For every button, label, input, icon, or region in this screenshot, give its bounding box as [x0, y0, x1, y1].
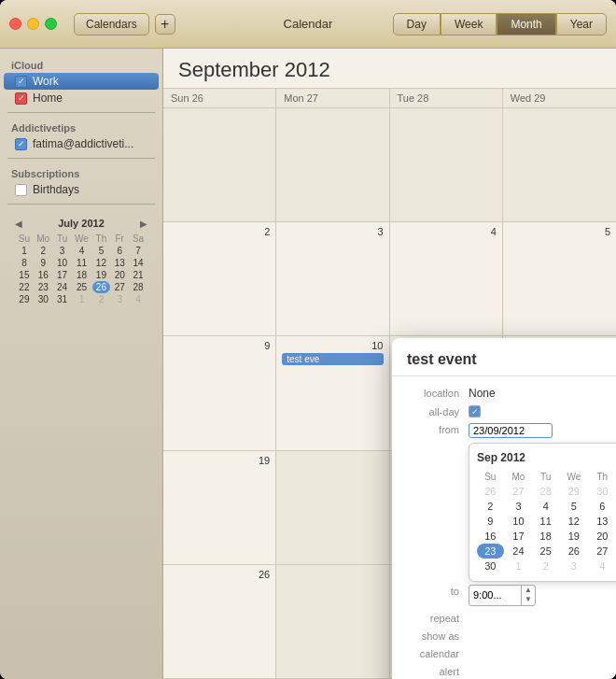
birthdays-checkbox[interactable] [15, 184, 27, 196]
dp-day-1-4[interactable]: 6 [589, 499, 615, 514]
mini-cal-day-1-6[interactable]: 14 [129, 257, 147, 269]
dp-day-0-1[interactable]: 27 [504, 484, 534, 499]
cal-cell-4-0[interactable]: 26 [163, 565, 276, 678]
dp-day-3-4[interactable]: 20 [589, 529, 615, 544]
dp-day-2-3[interactable]: 12 [558, 514, 589, 529]
cal-cell-1-1[interactable]: 3 [276, 222, 389, 335]
dp-day-3-2[interactable]: 18 [533, 529, 558, 544]
mini-cal-day-3-5[interactable]: 27 [110, 281, 129, 293]
email-checkbox[interactable]: ✓ [15, 138, 27, 150]
dp-day-2-1[interactable]: 10 [504, 514, 534, 529]
mini-cal-day-1-5[interactable]: 13 [110, 257, 129, 269]
dp-day-2-0[interactable]: 9 [477, 514, 504, 529]
year-view-button[interactable]: Year [556, 13, 607, 35]
close-button[interactable] [9, 18, 21, 30]
mini-cal-day-2-6[interactable]: 21 [129, 269, 147, 281]
cal-cell-0-3[interactable] [503, 108, 616, 221]
dp-day-2-4[interactable]: 13 [589, 514, 615, 529]
dp-day-5-2[interactable]: 2 [533, 559, 558, 573]
dp-day-5-3[interactable]: 3 [558, 559, 589, 573]
dp-day-4-1[interactable]: 24 [504, 544, 534, 559]
time-input[interactable] [469, 588, 521, 601]
dp-day-1-0[interactable]: 2 [477, 499, 504, 514]
cal-cell-0-2[interactable] [390, 108, 503, 221]
month-view-button[interactable]: Month [497, 13, 555, 35]
cal-cell-3-0[interactable]: 19 [163, 451, 276, 564]
work-checkbox[interactable]: ✓ [15, 76, 27, 88]
mini-cal-prev[interactable]: ◀ [15, 219, 22, 229]
mini-cal-day-4-4[interactable]: 2 [92, 293, 111, 305]
dp-day-4-0[interactable]: 23 [477, 544, 504, 559]
mini-cal-next[interactable]: ▶ [140, 219, 147, 229]
cal-cell-1-3[interactable]: 5 [503, 222, 616, 335]
sidebar-item-work[interactable]: ✓ Work [4, 73, 159, 90]
mini-cal-day-2-4[interactable]: 19 [92, 269, 111, 281]
mini-cal-day-0-2[interactable]: 3 [53, 245, 72, 257]
home-checkbox[interactable]: ✓ [15, 92, 27, 105]
mini-cal-day-1-3[interactable]: 11 [71, 257, 91, 269]
maximize-button[interactable] [45, 18, 57, 30]
allday-checkbox[interactable]: ✓ [469, 405, 481, 417]
sidebar-item-home[interactable]: ✓ Home [4, 90, 159, 106]
sidebar-item-birthdays[interactable]: Birthdays [4, 181, 159, 198]
cal-cell-2-0[interactable]: 9 [163, 336, 276, 449]
mini-cal-day-0-4[interactable]: 5 [92, 245, 111, 257]
dp-day-1-3[interactable]: 5 [558, 499, 589, 514]
mini-cal-day-0-5[interactable]: 6 [110, 245, 129, 257]
mini-cal-day-0-3[interactable]: 4 [71, 245, 91, 257]
mini-cal-day-3-3[interactable]: 25 [71, 281, 91, 293]
dp-day-1-2[interactable]: 4 [533, 499, 558, 514]
calendars-button[interactable]: Calendars [74, 13, 149, 35]
cal-cell-1-0[interactable]: 2 [163, 222, 276, 335]
mini-cal-day-3-4[interactable]: 26 [92, 281, 111, 293]
minimize-button[interactable] [27, 18, 39, 30]
cal-cell-0-1[interactable] [276, 108, 389, 221]
dp-day-4-4[interactable]: 27 [589, 544, 615, 559]
mini-cal-day-0-1[interactable]: 2 [34, 245, 53, 257]
cal-cell-0-0[interactable] [163, 108, 276, 221]
stepper-down[interactable]: ▼ [522, 595, 535, 604]
event-chip-test[interactable]: test eve [282, 353, 383, 365]
mini-cal-day-2-3[interactable]: 18 [71, 269, 91, 281]
dp-day-3-1[interactable]: 17 [504, 529, 534, 544]
dp-day-3-3[interactable]: 19 [558, 529, 589, 544]
mini-cal-day-1-0[interactable]: 8 [15, 257, 34, 269]
dp-day-5-4[interactable]: 4 [589, 559, 615, 573]
week-view-button[interactable]: Week [441, 13, 497, 35]
mini-cal-day-3-2[interactable]: 24 [53, 281, 72, 293]
mini-cal-day-2-1[interactable]: 16 [34, 269, 53, 281]
cal-cell-2-1[interactable]: 10 test eve [276, 336, 389, 449]
mini-cal-day-0-6[interactable]: 7 [129, 245, 147, 257]
mini-cal-day-1-4[interactable]: 12 [92, 257, 111, 269]
dp-day-5-0[interactable]: 30 [477, 559, 504, 573]
stepper-up[interactable]: ▲ [522, 586, 535, 595]
mini-cal-day-3-0[interactable]: 22 [15, 281, 34, 293]
mini-cal-day-4-5[interactable]: 3 [110, 293, 129, 305]
mini-cal-day-3-6[interactable]: 28 [129, 281, 147, 293]
mini-cal-day-4-1[interactable]: 30 [34, 293, 53, 305]
add-calendar-button[interactable]: + [155, 14, 175, 35]
popup-from-input[interactable] [469, 423, 553, 438]
mini-cal-day-4-0[interactable]: 29 [15, 293, 34, 305]
sidebar-item-email[interactable]: ✓ fatima@addictiveti... [4, 135, 159, 152]
mini-cal-day-1-2[interactable]: 10 [53, 257, 72, 269]
mini-cal-day-1-1[interactable]: 9 [34, 257, 53, 269]
mini-cal-day-4-6[interactable]: 4 [129, 293, 147, 305]
day-view-button[interactable]: Day [393, 13, 441, 35]
mini-cal-day-4-3[interactable]: 1 [71, 293, 91, 305]
cal-cell-1-2[interactable]: 4 [390, 222, 503, 335]
mini-cal-day-2-0[interactable]: 15 [15, 269, 34, 281]
dp-day-0-2[interactable]: 28 [533, 484, 558, 499]
dp-day-0-3[interactable]: 29 [558, 484, 589, 499]
dp-day-5-1[interactable]: 1 [504, 559, 534, 573]
mini-cal-day-2-2[interactable]: 17 [53, 269, 72, 281]
mini-cal-day-3-1[interactable]: 23 [34, 281, 53, 293]
dp-day-4-2[interactable]: 25 [533, 544, 558, 559]
dp-day-2-2[interactable]: 11 [533, 514, 558, 529]
dp-day-3-0[interactable]: 16 [477, 529, 504, 544]
mini-cal-day-4-2[interactable]: 31 [53, 293, 72, 305]
dp-day-0-0[interactable]: 26 [477, 484, 504, 499]
mini-cal-day-2-5[interactable]: 20 [110, 269, 129, 281]
mini-cal-day-0-0[interactable]: 1 [15, 245, 34, 257]
dp-day-1-1[interactable]: 3 [504, 499, 534, 514]
